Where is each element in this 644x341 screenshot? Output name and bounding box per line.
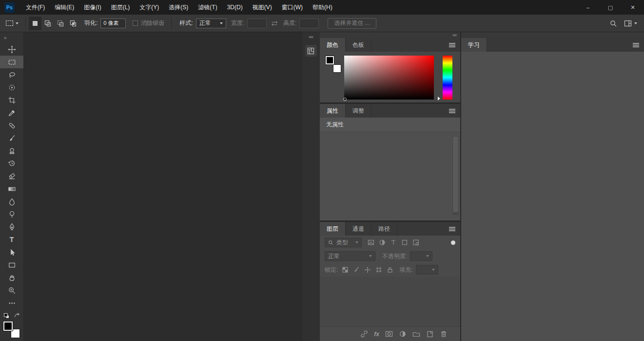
add-layer-mask-icon[interactable] [385,330,393,338]
subtract-from-selection-button[interactable] [54,17,67,30]
lock-image-pixels-icon[interactable] [353,266,360,273]
tool-hand[interactable] [0,271,23,284]
filter-adjustment-layers-icon[interactable] [379,239,386,246]
maximize-button[interactable]: ▢ [599,0,622,15]
panel-menu-icon[interactable] [449,108,456,114]
menu-3d[interactable]: 3D(D) [222,0,248,15]
panel-menu-icon[interactable] [449,226,456,232]
close-button[interactable]: ✕ [622,0,644,15]
foreground-color-swatch[interactable] [3,321,13,331]
filter-shape-layers-icon[interactable] [401,239,408,246]
height-input[interactable] [299,19,319,28]
layer-filter-toggle[interactable] [451,241,455,245]
tool-eraser[interactable] [0,170,23,182]
delete-layer-icon[interactable] [440,330,448,338]
tool-rectangular-marquee[interactable] [0,56,23,68]
tab-learn[interactable]: 学习 [461,38,487,52]
tab-color[interactable]: 颜色 [320,38,346,52]
menu-type[interactable]: 文字(Y) [135,0,164,15]
tool-crop[interactable] [0,94,23,106]
new-selection-button[interactable] [29,17,41,30]
fill-dropdown[interactable] [416,265,438,275]
new-layer-icon[interactable] [426,330,434,338]
lock-artboard-icon[interactable] [375,266,382,273]
tool-preset-picker[interactable] [0,15,22,32]
tool-move[interactable] [0,43,23,56]
opacity-dropdown[interactable] [410,251,432,261]
default-colors-icon[interactable] [3,313,10,319]
dock-collapse-chevron[interactable]: »» [320,32,460,38]
background-color-swatch[interactable] [333,64,341,73]
anti-alias-checkbox[interactable] [133,20,138,26]
tab-swatches[interactable]: 色板 [346,38,371,52]
menu-image[interactable]: 图像(I) [79,0,106,15]
width-input[interactable] [247,19,267,28]
layer-style-icon[interactable]: fx [374,331,379,338]
workspace-switcher[interactable] [624,20,637,27]
filter-pixel-layers-icon[interactable] [368,239,374,246]
tab-paths[interactable]: 路径 [371,222,397,236]
color-picker-handle[interactable] [343,98,347,101]
saturation-brightness-field[interactable] [344,56,434,100]
feather-input[interactable] [100,19,126,28]
swap-colors-icon[interactable] [14,313,20,319]
search-icon[interactable] [609,20,617,27]
new-adjustment-layer-icon[interactable] [399,330,407,338]
tool-edit-toolbar[interactable] [0,297,23,309]
menu-filter[interactable]: 滤镜(T) [193,0,222,15]
foreground-color-swatch[interactable] [326,56,334,64]
filter-type-layers-icon[interactable] [390,239,397,246]
tool-rectangle-shape[interactable] [0,259,23,271]
tool-history-brush[interactable] [0,157,23,170]
intersect-selection-button[interactable] [67,17,79,30]
tab-layers[interactable]: 图层 [320,222,346,236]
tool-blur[interactable] [0,195,23,208]
tool-path-selection[interactable] [0,246,23,259]
anti-alias-control[interactable]: 消除锯齿 [133,19,164,27]
tool-pen[interactable] [0,221,23,233]
tab-adjustments[interactable]: 调整 [346,104,371,118]
layers-list[interactable] [320,277,460,326]
canvas-area[interactable] [23,32,301,341]
minimize-button[interactable]: – [577,0,599,15]
tool-zoom[interactable] [0,284,23,297]
select-and-mask-button[interactable]: 选择并遮住 ... [328,18,376,29]
lock-transparent-pixels-icon[interactable] [342,266,349,273]
tool-gradient[interactable] [0,182,23,195]
style-dropdown[interactable]: 正常 [196,19,226,28]
tool-lasso[interactable] [0,68,23,81]
add-to-selection-button[interactable] [41,17,54,30]
tool-clone-stamp[interactable] [0,144,23,157]
lock-all-icon[interactable] [387,266,393,273]
scrollbar-thumb[interactable] [453,137,458,212]
tab-channels[interactable]: 通道 [346,222,371,236]
tab-properties[interactable]: 属性 [320,104,346,118]
menu-layer[interactable]: 图层(L) [106,0,135,15]
tool-dodge[interactable] [0,208,23,221]
panel-menu-icon[interactable] [449,42,456,48]
tool-spot-healing-brush[interactable] [0,119,23,132]
menu-file[interactable]: 文件(F) [21,0,50,15]
scrollbar[interactable] [452,136,459,215]
link-layers-icon[interactable] [360,330,368,338]
panel-menu-icon[interactable] [632,42,640,48]
filter-smart-objects-icon[interactable] [412,239,419,246]
toolbar-expand-chevron[interactable]: » [0,32,23,43]
expand-panels-chevron[interactable]: «« [309,32,313,41]
tool-eyedropper[interactable] [0,106,23,119]
layer-filter-type-dropdown[interactable]: 类型 [325,238,362,247]
menu-select[interactable]: 选择(S) [164,0,193,15]
hue-slider[interactable] [443,56,452,100]
tool-type[interactable]: T [0,233,23,246]
tool-brush[interactable] [0,132,23,144]
lock-position-icon[interactable] [364,266,371,273]
menu-view[interactable]: 视图(V) [248,0,277,15]
new-group-icon[interactable] [412,330,420,338]
menu-help[interactable]: 帮助(H) [308,0,337,15]
menu-edit[interactable]: 编辑(E) [50,0,79,15]
tool-quick-selection[interactable] [0,81,23,94]
collapsed-panel-button[interactable] [305,45,317,57]
blend-mode-dropdown[interactable]: 正常 [325,251,375,261]
menu-window[interactable]: 窗口(W) [277,0,308,15]
swap-width-height-icon[interactable] [271,20,278,27]
